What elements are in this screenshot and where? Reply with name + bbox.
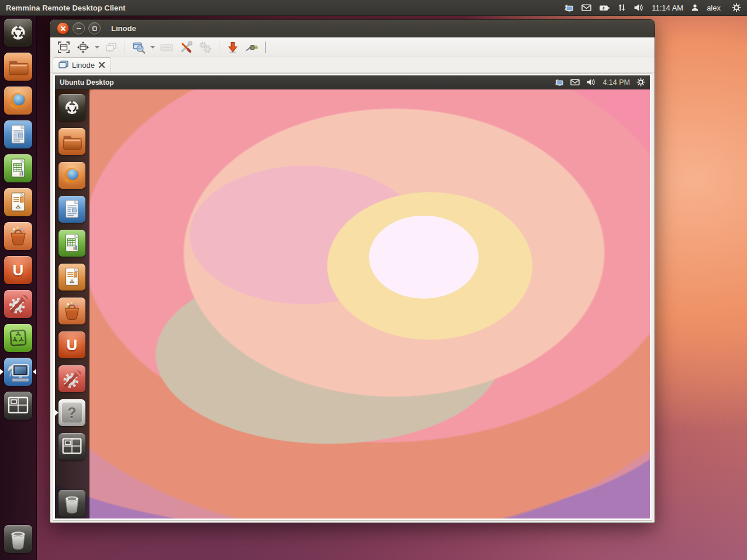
- remote-launcher-item-system-settings[interactable]: [58, 365, 85, 392]
- remote-launcher-item-ubuntu-software-center[interactable]: [58, 298, 85, 324]
- preferences-button: [197, 39, 214, 55]
- remmina-icon: [4, 358, 32, 386]
- toolbar-separator: [219, 41, 219, 54]
- launcher-item-libreoffice-calc[interactable]: [4, 154, 32, 182]
- tab-linode[interactable]: Linode: [53, 57, 111, 72]
- window-title: Linode: [111, 24, 136, 33]
- remote-unity-launcher: U ?: [55, 89, 89, 518]
- window-titlebar[interactable]: Linode: [50, 20, 655, 37]
- home-folder-icon: [58, 128, 85, 155]
- host-unity-launcher: U: [0, 15, 37, 560]
- remote-session-gear-icon[interactable]: [636, 78, 645, 87]
- remote-panel-title: Ubuntu Desktop: [60, 78, 114, 87]
- launcher-item-firefox[interactable]: [4, 87, 32, 115]
- launcher-item-libreoffice-impress[interactable]: [4, 188, 32, 216]
- launcher-item-libreoffice-writer[interactable]: [4, 120, 32, 148]
- unknown-app-icon: ?: [58, 399, 85, 426]
- minimize-window-button[interactable]: [224, 39, 242, 55]
- launcher-item-remmina[interactable]: [4, 358, 32, 386]
- remote-display-frame: Ubuntu Desktop 4:14 PM: [53, 73, 652, 521]
- dash-home-icon: [58, 94, 85, 121]
- remote-launcher-item-trash[interactable]: [58, 490, 85, 517]
- running-indicator-arrow: [0, 369, 4, 375]
- trash-icon: [58, 490, 85, 517]
- scaled-mode-button[interactable]: [130, 39, 147, 55]
- launcher-item-ubuntu-one[interactable]: U: [4, 256, 32, 284]
- remote-launcher-item-workspace-switcher[interactable]: [58, 433, 85, 460]
- remmina-window: Linode: [50, 19, 655, 523]
- dash-home-icon: [4, 19, 32, 47]
- launcher-item-home-folder[interactable]: [4, 53, 32, 81]
- window-close-button[interactable]: [57, 22, 69, 34]
- libreoffice-calc-icon: [58, 230, 85, 257]
- libreoffice-writer-icon: [4, 120, 32, 148]
- ubuntu-one-icon: U: [58, 331, 85, 358]
- remote-launcher-item-home-folder[interactable]: [58, 128, 85, 155]
- host-desktop: Remmina Remote Desktop Client 11:14 AM a…: [0, 0, 747, 560]
- firefox-icon: [4, 87, 32, 115]
- remote-remmina-indicator-icon[interactable]: [553, 78, 564, 87]
- fit-window-button[interactable]: [74, 39, 92, 55]
- ubuntu-one-letter: U: [13, 261, 24, 279]
- system-settings-icon: [58, 365, 85, 392]
- user-icon[interactable]: [691, 4, 699, 12]
- host-top-panel: Remmina Remote Desktop Client 11:14 AM a…: [0, 0, 747, 16]
- tools-button[interactable]: [177, 39, 195, 55]
- remote-launcher-item-unknown-app[interactable]: ?: [58, 399, 85, 426]
- ubuntu-software-center-icon: [4, 222, 32, 250]
- remote-volume-indicator-icon[interactable]: [586, 78, 596, 86]
- remmina-toolbar: [50, 37, 655, 57]
- home-folder-icon: [4, 53, 32, 81]
- remote-launcher-item-dash-home[interactable]: [58, 94, 85, 121]
- toolbar-separator: [125, 41, 125, 54]
- scaled-mode-dropdown[interactable]: [149, 39, 156, 55]
- username-label[interactable]: alex: [707, 4, 721, 12]
- remote-clock[interactable]: 4:14 PM: [603, 78, 630, 87]
- question-mark-glyph: ?: [67, 405, 76, 421]
- remote-desktop[interactable]: Ubuntu Desktop 4:14 PM: [55, 75, 650, 518]
- remote-launcher-item-libreoffice-calc[interactable]: [58, 230, 85, 257]
- launcher-item-trash[interactable]: [4, 525, 32, 553]
- remmina-indicator-icon[interactable]: [562, 4, 574, 12]
- host-clock[interactable]: 11:14 AM: [652, 4, 683, 12]
- ubuntu-one-letter: U: [67, 336, 78, 354]
- libreoffice-calc-icon: [4, 154, 32, 182]
- firefox-icon: [58, 162, 85, 189]
- network-arrows-icon[interactable]: [618, 4, 626, 12]
- remote-launcher-item-libreoffice-impress[interactable]: [58, 264, 85, 291]
- fit-window-dropdown[interactable]: [94, 39, 101, 55]
- session-gear-icon[interactable]: [732, 3, 741, 12]
- libreoffice-impress-icon: [58, 264, 85, 291]
- system-settings-icon: [4, 290, 32, 318]
- host-indicator-tray: 11:14 AM alex: [562, 3, 747, 12]
- tab-close-icon[interactable]: [98, 60, 105, 71]
- tab-label: Linode: [72, 61, 95, 70]
- ubuntu-software-center-icon: [58, 298, 85, 324]
- launcher-item-ubuntu-software[interactable]: [4, 324, 32, 352]
- remote-launcher-item-firefox[interactable]: [58, 162, 85, 189]
- launcher-item-workspace-switcher[interactable]: [4, 392, 32, 420]
- remote-launcher-item-libreoffice-writer[interactable]: [58, 196, 85, 223]
- launcher-item-dash-home[interactable]: [4, 19, 32, 47]
- keyboard-grab-button: [158, 39, 175, 55]
- duplicate-connection-button: [102, 39, 120, 55]
- trash-icon: [4, 525, 32, 553]
- mail-indicator-icon[interactable]: [581, 4, 591, 12]
- ubuntu-software-icon: [4, 324, 32, 352]
- tab-bar: Linode: [50, 57, 655, 73]
- remote-top-panel: Ubuntu Desktop 4:14 PM: [55, 75, 650, 89]
- remote-launcher-item-ubuntu-one[interactable]: U: [58, 331, 85, 358]
- battery-indicator-icon[interactable]: [599, 4, 610, 12]
- launcher-item-ubuntu-software-center[interactable]: [4, 222, 32, 250]
- window-maximize-button[interactable]: [88, 22, 101, 34]
- ubuntu-one-icon: U: [4, 256, 32, 284]
- volume-indicator-icon[interactable]: [634, 4, 644, 12]
- workspace-switcher-icon: [4, 392, 32, 420]
- fullscreen-button[interactable]: [55, 39, 73, 55]
- window-minimize-button[interactable]: [73, 22, 85, 34]
- launcher-item-system-settings[interactable]: [4, 290, 32, 318]
- remote-mail-indicator-icon[interactable]: [570, 78, 580, 86]
- workspace-switcher-icon: [58, 433, 85, 460]
- disconnect-button[interactable]: [243, 39, 261, 55]
- active-app-title: Remmina Remote Desktop Client: [6, 4, 125, 12]
